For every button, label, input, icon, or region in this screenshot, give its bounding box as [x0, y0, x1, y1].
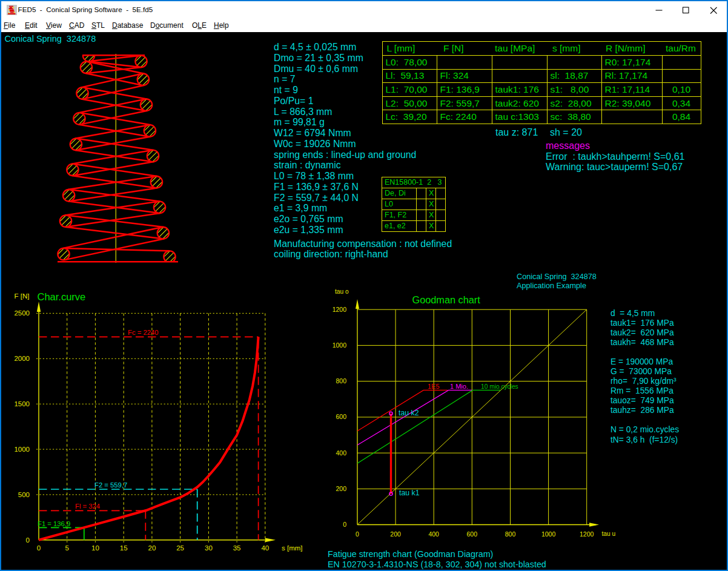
- svg-text:600: 600: [336, 413, 346, 420]
- svg-text:0: 0: [26, 536, 30, 544]
- svg-text:2000: 2000: [14, 355, 30, 362]
- svg-text:1200: 1200: [580, 530, 594, 538]
- svg-text:tau o: tau o: [335, 288, 349, 295]
- svg-text:1000: 1000: [541, 530, 556, 538]
- svg-text:s [mm]: s [mm]: [282, 544, 303, 552]
- svg-text:Goodman chart: Goodman chart: [412, 294, 481, 305]
- svg-text:25: 25: [176, 544, 184, 552]
- svg-text:600: 600: [467, 530, 478, 538]
- svg-text:10 mio.cycles: 10 mio.cycles: [481, 383, 518, 390]
- svg-text:5: 5: [65, 544, 68, 552]
- svg-text:tau u: tau u: [602, 530, 616, 537]
- svg-text:1E5: 1E5: [428, 383, 440, 390]
- svg-text:30: 30: [205, 544, 213, 552]
- svg-text:tau k2: tau k2: [399, 409, 419, 417]
- svg-text:F [N]: F [N]: [15, 292, 30, 300]
- svg-text:1000: 1000: [333, 342, 347, 349]
- svg-text:0: 0: [37, 544, 41, 552]
- svg-text:tau k1: tau k1: [399, 489, 420, 497]
- svg-text:20: 20: [148, 544, 156, 552]
- svg-text:15: 15: [120, 544, 128, 552]
- svg-text:400: 400: [428, 530, 439, 538]
- svg-text:0: 0: [356, 530, 359, 538]
- svg-text:10: 10: [91, 544, 99, 552]
- svg-text:1200: 1200: [333, 306, 347, 313]
- svg-text:1 Mio.: 1 Mio.: [450, 383, 468, 390]
- svg-text:400: 400: [336, 449, 346, 457]
- svg-text:200: 200: [336, 485, 346, 492]
- svg-text:35: 35: [233, 544, 241, 552]
- svg-text:0: 0: [343, 521, 346, 528]
- svg-text:Fl = 324: Fl = 324: [75, 503, 100, 510]
- svg-text:800: 800: [505, 530, 516, 538]
- svg-text:2500: 2500: [14, 309, 30, 317]
- svg-text:F2 = 559,7: F2 = 559,7: [94, 481, 127, 489]
- svg-text:Char.curve: Char.curve: [38, 291, 86, 302]
- svg-text:1000: 1000: [14, 446, 30, 453]
- svg-text:Fc = 2240: Fc = 2240: [128, 329, 159, 336]
- svg-text:F1 = 136,9: F1 = 136,9: [38, 520, 70, 527]
- svg-text:1500: 1500: [14, 400, 30, 408]
- svg-text:500: 500: [18, 491, 30, 498]
- svg-text:800: 800: [336, 377, 346, 385]
- svg-text:40: 40: [261, 544, 269, 552]
- svg-text:200: 200: [390, 530, 401, 538]
